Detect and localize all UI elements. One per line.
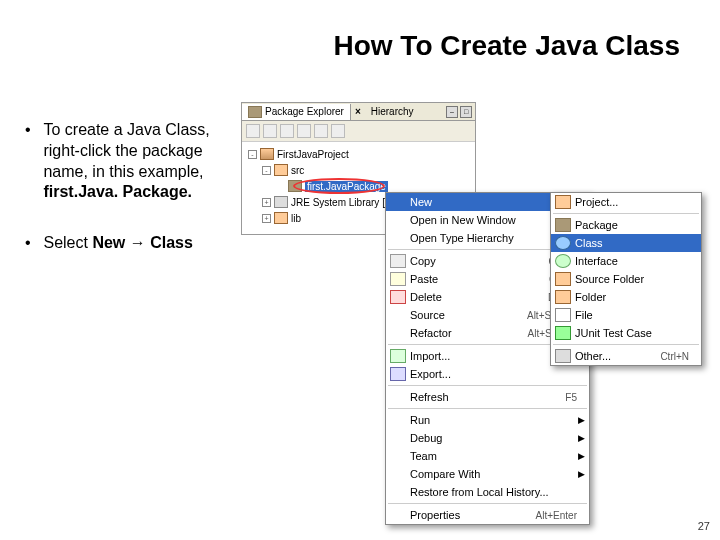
- copy-icon: [390, 254, 406, 268]
- prj2-icon: [555, 195, 571, 209]
- blank-icon: [390, 431, 406, 445]
- tree-label: first.JavaPackage: [305, 181, 388, 192]
- export-icon: [390, 367, 406, 381]
- menu-label: Delete: [410, 291, 548, 303]
- menu-label: Other...: [575, 350, 660, 362]
- tree-twist-icon[interactable]: -: [262, 166, 271, 175]
- other-icon: [555, 349, 571, 363]
- screenshot-composite: Package Explorer × Hierarchy – □ -FirstJ…: [241, 102, 720, 492]
- close-tab-icon[interactable]: ×: [351, 106, 365, 117]
- menu-item-compare-with[interactable]: Compare With▶: [386, 465, 589, 483]
- blank-icon: [390, 449, 406, 463]
- up-icon[interactable]: [280, 124, 294, 138]
- tree-label: JRE System Library [j...: [291, 197, 395, 208]
- menu-separator: [553, 344, 699, 345]
- blank-icon: [390, 213, 406, 227]
- tab-package-explorer[interactable]: Package Explorer: [242, 104, 351, 120]
- menu-label: Run: [410, 414, 577, 426]
- menu-item-team[interactable]: Team▶: [386, 447, 589, 465]
- blank-icon: [390, 485, 406, 499]
- tab-hierarchy[interactable]: Hierarchy: [365, 104, 420, 119]
- bullet-list: • To create a Java Class, right-click th…: [25, 120, 235, 284]
- tree-label: src: [291, 165, 304, 176]
- prj-icon: [260, 148, 274, 160]
- menu-label: Source Folder: [575, 273, 689, 285]
- menu-item-debug[interactable]: Debug▶: [386, 429, 589, 447]
- view-toolbar: [242, 121, 475, 142]
- bullet-item: • To create a Java Class, right-click th…: [25, 120, 235, 203]
- menu-label: Package: [575, 219, 689, 231]
- menu-shortcut: F5: [565, 392, 577, 403]
- menu-item-folder[interactable]: Folder: [551, 288, 701, 306]
- forward-icon[interactable]: [263, 124, 277, 138]
- tab-label: Package Explorer: [265, 106, 344, 117]
- blank-icon: [390, 467, 406, 481]
- bullet-bold: first.Java. Package.: [43, 183, 192, 200]
- menu-item-file[interactable]: File: [551, 306, 701, 324]
- menu-shortcut: Ctrl+N: [660, 351, 689, 362]
- menu-label: Source: [410, 309, 527, 321]
- fld-icon: [274, 164, 288, 176]
- menu-item-restore-from-local-history[interactable]: Restore from Local History...: [386, 483, 589, 501]
- bullet-item: • Select New → Class: [25, 233, 235, 254]
- menu-label: Interface: [575, 255, 689, 267]
- menu-label: Refactor: [410, 327, 528, 339]
- collapse-all-icon[interactable]: [297, 124, 311, 138]
- menu-item-junit-test-case[interactable]: JUnit Test Case: [551, 324, 701, 342]
- tree-label: lib: [291, 213, 301, 224]
- menu-label: File: [575, 309, 689, 321]
- bullet-text: To create a Java Class, right-click the …: [43, 121, 209, 180]
- menu-label: JUnit Test Case: [575, 327, 689, 339]
- menu-item-package[interactable]: Package: [551, 216, 701, 234]
- srcf-icon: [555, 272, 571, 286]
- menu-label: Paste: [410, 273, 549, 285]
- menu-item-class[interactable]: Class: [551, 234, 701, 252]
- tree-twist-icon[interactable]: -: [248, 150, 257, 159]
- link-editor-icon[interactable]: [314, 124, 328, 138]
- cls-icon: [555, 236, 571, 250]
- menu-item-project[interactable]: Project...: [551, 193, 701, 211]
- menu-label: Restore from Local History...: [410, 486, 577, 498]
- fld-icon: [274, 212, 288, 224]
- file-icon: [555, 308, 571, 322]
- del-icon: [390, 290, 406, 304]
- jre-icon: [274, 196, 288, 208]
- menu-separator: [388, 385, 587, 386]
- maximize-icon[interactable]: □: [460, 106, 472, 118]
- submenu-new: Project...PackageClassInterfaceSource Fo…: [550, 192, 702, 366]
- tree-row[interactable]: -FirstJavaProject: [244, 146, 473, 162]
- menu-label: Folder: [575, 291, 689, 303]
- pkg2-icon: [555, 218, 571, 232]
- submenu-arrow-icon: ▶: [577, 451, 585, 461]
- tree-twist-icon[interactable]: +: [262, 214, 271, 223]
- menu-label: Compare With: [410, 468, 577, 480]
- pkg-icon: [288, 180, 302, 192]
- tree-row[interactable]: -src: [244, 162, 473, 178]
- menu-item-other[interactable]: Other...Ctrl+N: [551, 347, 701, 365]
- tree-twist-icon[interactable]: +: [262, 198, 271, 207]
- menu-item-properties[interactable]: PropertiesAlt+Enter: [386, 506, 589, 524]
- menu-label: Refresh: [410, 391, 565, 403]
- import-icon: [390, 349, 406, 363]
- back-icon[interactable]: [246, 124, 260, 138]
- menu-shortcut: Alt+Enter: [536, 510, 577, 521]
- menu-item-interface[interactable]: Interface: [551, 252, 701, 270]
- blank-icon: [390, 231, 406, 245]
- page-number: 27: [698, 520, 710, 532]
- slide-title: How To Create Java Class: [333, 30, 680, 62]
- menu-label: Properties: [410, 509, 536, 521]
- fld2-icon: [555, 290, 571, 304]
- menu-item-source-folder[interactable]: Source Folder: [551, 270, 701, 288]
- bullet-text: Select: [43, 234, 92, 251]
- menu-item-refresh[interactable]: RefreshF5: [386, 388, 589, 406]
- menu-label: Debug: [410, 432, 577, 444]
- menu-label: Team: [410, 450, 577, 462]
- menu-label: Project...: [575, 196, 689, 208]
- view-tabbar: Package Explorer × Hierarchy – □: [242, 103, 475, 121]
- view-menu-icon[interactable]: [331, 124, 345, 138]
- menu-item-run[interactable]: Run▶: [386, 411, 589, 429]
- minimize-icon[interactable]: –: [446, 106, 458, 118]
- blank-icon: [390, 390, 406, 404]
- blank-icon: [390, 508, 406, 522]
- menu-item-export[interactable]: Export...: [386, 365, 589, 383]
